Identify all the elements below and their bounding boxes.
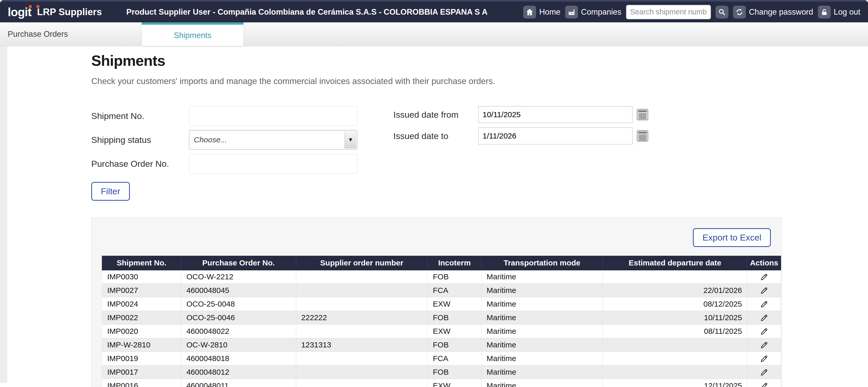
- cell-estimated-departure-date: 10/11/2025: [603, 311, 747, 325]
- purchase-order-no-input[interactable]: [189, 154, 358, 173]
- edit-shipment-button[interactable]: [760, 341, 769, 350]
- cell-purchase-order-no: 4600048045: [181, 284, 296, 297]
- nav-log-out-label: Log out: [834, 7, 860, 17]
- cell-shipment-no: IMP0027: [102, 284, 181, 297]
- shipping-status-select[interactable]: Choose... ▼: [189, 130, 358, 150]
- cell-supplier-order-number: [296, 365, 428, 379]
- cell-purchase-order-no: OCO-25-0046: [181, 311, 296, 325]
- cell-estimated-departure-date: [603, 338, 747, 352]
- cell-purchase-order-no: 4600048012: [181, 365, 296, 379]
- issued-date-to-input[interactable]: [478, 127, 632, 144]
- edit-shipment-button[interactable]: [760, 300, 769, 309]
- cell-incoterm: FOB: [428, 270, 481, 284]
- cell-supplier-order-number: 222222: [296, 311, 428, 325]
- search-input[interactable]: [626, 5, 711, 19]
- purchase-order-no-label: Purchase Order No.: [91, 159, 189, 169]
- cell-shipment-no: IMP0019: [102, 352, 181, 365]
- nav-companies[interactable]: Companies: [565, 6, 621, 19]
- cell-incoterm: EXW: [428, 325, 481, 338]
- cell-incoterm: FOB: [428, 311, 481, 325]
- edit-shipment-button[interactable]: [760, 368, 769, 377]
- cell-purchase-order-no: 4600048011: [181, 379, 296, 387]
- tab-shipments[interactable]: Shipments: [142, 22, 244, 46]
- edit-shipment-button[interactable]: [760, 382, 769, 387]
- cell-shipment-no: IMP0020: [102, 325, 181, 338]
- column-header[interactable]: Actions: [747, 256, 781, 270]
- cell-estimated-departure-date: 08/11/2025: [603, 325, 747, 338]
- table-row: IMP00204600048022EXWMaritime08/11/2025: [102, 325, 781, 338]
- calendar-icon[interactable]: [636, 108, 649, 121]
- cell-purchase-order-no: OCO-W-2212: [181, 270, 296, 284]
- calendar-icon[interactable]: [636, 130, 649, 142]
- factory-icon: [565, 6, 578, 19]
- cell-supplier-order-number: [296, 379, 428, 387]
- nav-home[interactable]: Home: [523, 6, 560, 19]
- tab-strip: Purchase Orders Shipments: [0, 22, 868, 46]
- tab-purchase-orders[interactable]: Purchase Orders: [0, 22, 134, 46]
- app-logo: logit: [8, 6, 31, 18]
- column-header[interactable]: Purchase Order No.: [181, 256, 296, 270]
- edit-shipment-button[interactable]: [760, 286, 769, 295]
- nav-log-out[interactable]: Log out: [818, 6, 860, 19]
- app-name: LRP Suppliers: [37, 7, 102, 18]
- column-header[interactable]: Supplier order number: [296, 256, 428, 270]
- page-subtitle: Check your customers' imports and manage…: [91, 76, 868, 86]
- app-window: logit LRP Suppliers Product Supplier Use…: [0, 0, 868, 387]
- logo-accent-dot: [29, 5, 32, 8]
- cell-supplier-order-number: [296, 352, 428, 365]
- cell-actions: [747, 338, 781, 352]
- table-row: IMP00274600048045FCAMaritime22/01/2026: [102, 284, 781, 297]
- user-company-title: Product Supplier User - Compañia Colombi…: [126, 7, 488, 17]
- refresh-icon: [733, 6, 746, 19]
- cell-transportation-mode: Maritime: [481, 325, 603, 338]
- cell-transportation-mode: Maritime: [481, 352, 603, 365]
- top-header: logit LRP Suppliers Product Supplier Use…: [0, 0, 868, 22]
- home-icon: [523, 6, 536, 19]
- cell-actions: [747, 270, 781, 284]
- chevron-down-icon: ▼: [344, 131, 356, 149]
- cell-estimated-departure-date: [603, 270, 747, 284]
- cell-actions: [747, 352, 781, 365]
- page-title: Shipments: [91, 52, 868, 69]
- cell-transportation-mode: Maritime: [481, 284, 603, 297]
- shipment-no-label: Shipment No.: [91, 111, 189, 121]
- table-row: IMP00194600048018FCAMaritime: [102, 352, 781, 365]
- column-header[interactable]: Incoterm: [428, 256, 481, 270]
- cell-purchase-order-no: OCO-25-0048: [181, 297, 296, 311]
- search-button[interactable]: [716, 6, 728, 19]
- column-header[interactable]: Shipment No.: [102, 256, 181, 270]
- cell-actions: [747, 379, 781, 387]
- cell-shipment-no: IMP0016: [102, 379, 181, 387]
- cell-incoterm: FCA: [428, 352, 481, 365]
- cell-supplier-order-number: [296, 325, 428, 338]
- cell-estimated-departure-date: 08/12/2025: [603, 297, 747, 311]
- filters-section: Shipment No. Shipping status Choose... ▼…: [91, 106, 868, 201]
- shipment-no-input[interactable]: [189, 106, 358, 126]
- nav-change-password[interactable]: Change password: [733, 6, 813, 19]
- top-navigation: Home Companies Change password: [523, 5, 860, 19]
- cell-actions: [747, 284, 781, 297]
- lock-icon: [818, 6, 831, 19]
- cell-supplier-order-number: 1231313: [296, 338, 428, 352]
- cell-incoterm: FOB: [428, 365, 481, 379]
- cell-estimated-departure-date: [603, 352, 747, 365]
- edit-shipment-button[interactable]: [760, 327, 769, 336]
- column-header[interactable]: Transportation mode: [481, 256, 603, 270]
- table-row: IMP00174600048012FOBMaritime: [102, 365, 781, 379]
- cell-shipment-no: IMP0017: [102, 365, 181, 379]
- export-to-excel-button[interactable]: Export to Excel: [693, 228, 771, 247]
- filter-button[interactable]: Filter: [91, 182, 130, 201]
- shipments-table-card: Export to Excel Shipment No.Purchase Ord…: [91, 218, 782, 387]
- shipping-status-value: Choose...: [189, 135, 227, 144]
- edit-shipment-button[interactable]: [760, 314, 769, 322]
- issued-date-from-input[interactable]: [478, 106, 632, 123]
- edit-shipment-button[interactable]: [760, 272, 769, 281]
- column-header[interactable]: Estimated departure date: [603, 256, 747, 270]
- cell-incoterm: EXW: [428, 379, 481, 387]
- cell-estimated-departure-date: 12/11/2025: [603, 379, 747, 387]
- edit-shipment-button[interactable]: [760, 354, 769, 363]
- cell-transportation-mode: Maritime: [481, 338, 603, 352]
- logo-accent-dot: [36, 5, 39, 8]
- table-header-row: Shipment No.Purchase Order No.Supplier o…: [102, 256, 781, 270]
- shipping-status-label: Shipping status: [91, 135, 189, 145]
